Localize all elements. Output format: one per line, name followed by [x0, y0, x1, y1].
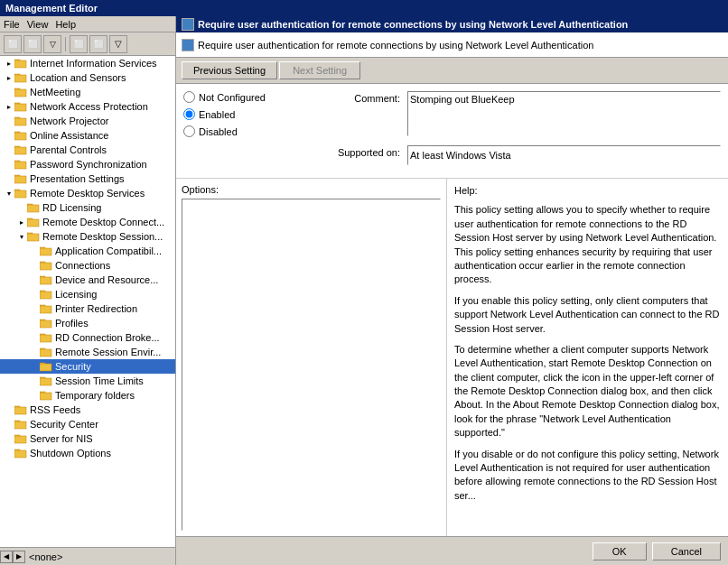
nav-arrow-right[interactable]: ▶: [13, 551, 25, 563]
tree-expander-remote-session-envir: [29, 347, 40, 357]
radio-not-configured[interactable]: Not Configured: [183, 91, 328, 103]
options-title: Options:: [182, 184, 441, 195]
tree-label-location-sensors: Location and Sensors: [30, 72, 126, 83]
tree-item-server-for-nis[interactable]: Server for NIS: [0, 431, 175, 446]
tree-item-network-access[interactable]: ▸Network Access Protection: [0, 99, 175, 114]
toolbar-btn-4[interactable]: ⬜: [70, 35, 88, 53]
help-pane: Help: This policy setting allows you to …: [447, 179, 728, 536]
tree-item-location-sensors[interactable]: ▸Location and Sensors: [0, 70, 175, 85]
next-setting-button[interactable]: Next Setting: [279, 61, 360, 79]
toolbar-btn-1[interactable]: ⬜: [4, 35, 22, 53]
tree-expander-internet-info[interactable]: ▸: [4, 58, 14, 69]
policy-icon: [182, 18, 194, 31]
ok-button[interactable]: OK: [593, 542, 647, 560]
svg-rect-43: [40, 364, 51, 371]
folder-icon-remote-desktop-session: [27, 231, 40, 242]
comment-input[interactable]: [407, 91, 721, 136]
folder-icon-rd-licensing: [27, 202, 40, 213]
nav-arrow-left[interactable]: ◀: [0, 551, 13, 563]
tree-item-rd-connection-broke[interactable]: RD Connection Broke...: [0, 330, 175, 345]
radio-not-configured-input[interactable]: [183, 91, 195, 103]
tree-item-rss-feeds[interactable]: RSS Feeds: [0, 403, 175, 417]
menu-file[interactable]: File: [4, 19, 20, 30]
tree-expander-parental-controls: [4, 144, 14, 155]
tree-label-shutdown-options: Shutdown Options: [30, 448, 111, 458]
policy-icon-sm: [182, 39, 194, 51]
tree-item-remote-desktop-connect[interactable]: ▸Remote Desktop Connect...: [0, 215, 175, 229]
tree-item-internet-info[interactable]: ▸Internet Information Services: [0, 56, 175, 70]
folder-icon-security: [40, 361, 52, 372]
previous-setting-button[interactable]: Previous Setting: [182, 61, 277, 79]
toolbar-separator: [65, 37, 66, 51]
tree-label-presentation-settings: Presentation Settings: [30, 173, 125, 184]
tree-expander-session-time-limits: [29, 375, 40, 386]
folder-icon-remote-session-envir: [40, 347, 52, 357]
toolbar-btn-5[interactable]: ⬜: [89, 35, 107, 53]
folder-icon-location-sensors: [14, 72, 27, 83]
comment-section: Comment: Supported on: At least Windows …: [328, 91, 721, 171]
tree-item-password-sync[interactable]: Password Synchronization: [0, 157, 175, 171]
tree-item-presentation-settings[interactable]: Presentation Settings: [0, 171, 175, 186]
tree-item-netmeeting[interactable]: NetMeeting: [0, 85, 175, 99]
radio-enabled-input[interactable]: [183, 108, 195, 120]
toolbar-btn-funnel[interactable]: ▽: [109, 35, 127, 53]
svg-rect-11: [14, 133, 26, 140]
tree-item-licensing[interactable]: Licensing: [0, 287, 175, 301]
tree-item-shutdown-options[interactable]: Shutdown Options: [0, 446, 175, 460]
svg-rect-35: [40, 306, 51, 313]
tree-item-temporary-folders[interactable]: Temporary folders: [0, 388, 175, 403]
tree-item-connections[interactable]: Connections: [0, 258, 175, 273]
tree-item-online-assistance[interactable]: Online Assistance: [0, 128, 175, 143]
tree-item-security[interactable]: Security: [0, 359, 175, 374]
comment-row: Comment:: [328, 91, 721, 136]
bottom-section: Options: Help: This policy setting allow…: [176, 179, 728, 536]
tree-expander-network-access[interactable]: ▸: [4, 101, 14, 112]
tree-item-security-center[interactable]: Security Center: [0, 417, 175, 431]
svg-rect-21: [27, 205, 39, 212]
svg-rect-47: [40, 393, 51, 400]
tree-label-connections: Connections: [55, 260, 110, 271]
svg-rect-33: [40, 292, 51, 299]
tree-expander-password-sync: [4, 159, 14, 170]
cancel-button[interactable]: Cancel: [652, 542, 721, 560]
tree-expander-printer-redirect: [29, 303, 40, 314]
tree-expander-remote-desktop-connect[interactable]: ▸: [16, 217, 27, 227]
toolbar-btn-filter[interactable]: ▽: [43, 35, 61, 53]
help-title: Help:: [454, 184, 721, 198]
svg-rect-9: [14, 118, 26, 125]
folder-icon-rss-feeds: [14, 404, 27, 415]
radio-disabled-input[interactable]: [183, 125, 195, 137]
tree-expander-remote-desktop[interactable]: ▾: [4, 188, 14, 199]
tree-label-rss-feeds: RSS Feeds: [30, 404, 80, 415]
tree-item-rd-licensing[interactable]: RD Licensing: [0, 200, 175, 215]
tree-label-network-projector: Network Projector: [30, 116, 108, 126]
tree-item-remote-desktop[interactable]: ▾Remote Desktop Services: [0, 186, 175, 200]
tree-item-device-resource[interactable]: Device and Resource...: [0, 273, 175, 287]
tree-item-parental-controls[interactable]: Parental Controls: [0, 143, 175, 157]
folder-icon-session-time-limits: [40, 375, 52, 386]
tree-label-server-for-nis: Server for NIS: [30, 433, 93, 444]
svg-rect-49: [14, 407, 26, 414]
toolbar-btn-2[interactable]: ⬜: [23, 35, 42, 53]
tree-item-session-time-limits[interactable]: Session Time Limits: [0, 374, 175, 388]
menu-help[interactable]: Help: [55, 19, 76, 30]
menu-view[interactable]: View: [27, 19, 49, 30]
tree-item-app-compat[interactable]: Application Compatibil...: [0, 244, 175, 258]
tree-item-printer-redirect[interactable]: Printer Redirection: [0, 301, 175, 316]
tree-expander-rd-licensing: [16, 202, 27, 213]
tree-item-remote-session-envir[interactable]: Remote Session Envir...: [0, 345, 175, 359]
folder-icon-password-sync: [14, 159, 27, 170]
tree-label-remote-session-envir: Remote Session Envir...: [55, 347, 161, 357]
folder-icon-network-access: [14, 101, 27, 112]
tree-expander-location-sensors[interactable]: ▸: [4, 72, 14, 83]
tree-item-profiles[interactable]: Profiles: [0, 316, 175, 330]
radio-disabled[interactable]: Disabled: [183, 125, 328, 137]
toolbar: ⬜ ⬜ ▽ ⬜ ⬜ ▽: [0, 32, 175, 56]
tree-item-network-projector[interactable]: Network Projector: [0, 114, 175, 128]
tree-item-remote-desktop-session[interactable]: ▾Remote Desktop Session...: [0, 229, 175, 244]
tree-label-device-resource: Device and Resource...: [55, 274, 158, 285]
svg-rect-19: [14, 190, 26, 198]
svg-rect-29: [40, 263, 51, 270]
radio-enabled[interactable]: Enabled: [183, 108, 328, 120]
tree-expander-remote-desktop-session[interactable]: ▾: [16, 231, 27, 242]
